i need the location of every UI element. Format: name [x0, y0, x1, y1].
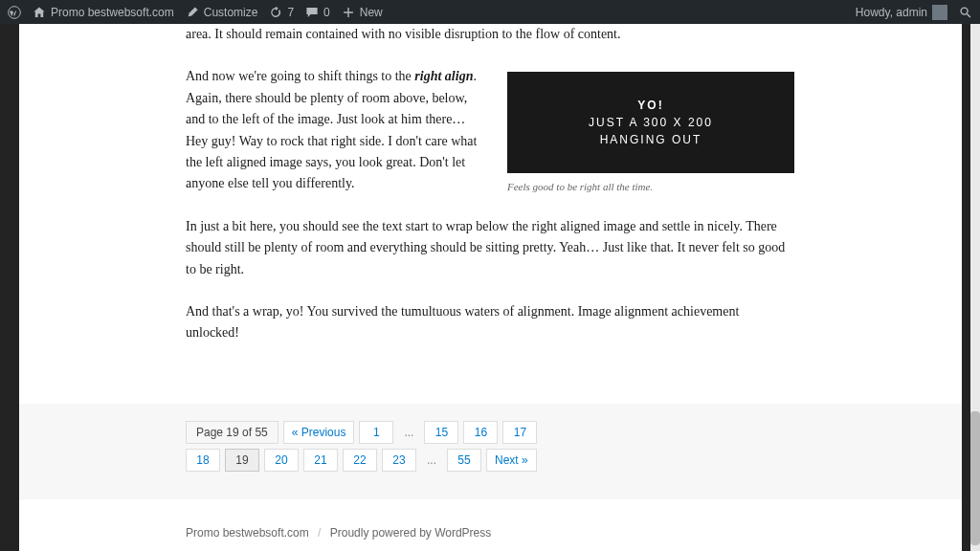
wp-logo[interactable]	[8, 6, 21, 19]
pagination-section: Page 19 of 55 « Previous 1...151617 1819…	[19, 404, 962, 499]
updates-count: 7	[287, 6, 294, 19]
pager-page-17[interactable]: 17	[502, 421, 537, 444]
pager-page-15[interactable]: 15	[424, 421, 458, 444]
search-icon	[959, 6, 972, 19]
pager-row-2: 181920212223...55 Next »	[186, 449, 794, 472]
howdy-account[interactable]: Howdy, admin	[856, 5, 947, 20]
paragraph: area. It should remain contained with no…	[186, 24, 794, 45]
text-run: . Again, there should be plenty of room …	[186, 69, 477, 190]
pager-page-20[interactable]: 20	[264, 449, 299, 472]
site-footer: Promo bestwebsoft.com / Proudly powered …	[144, 499, 836, 551]
pager-page-18[interactable]: 18	[186, 449, 220, 472]
pager-page-22[interactable]: 22	[343, 449, 377, 472]
comment-icon	[305, 6, 319, 19]
footer-powered-link[interactable]: Proudly powered by WordPress	[330, 526, 492, 540]
figure-caption: Feels good to be right all the time.	[507, 173, 794, 196]
footer-site-link[interactable]: Promo bestwebsoft.com	[186, 526, 309, 540]
post-content: area. It should remain contained with no…	[33, 24, 947, 404]
comments-count: 0	[323, 6, 330, 19]
site-name-link[interactable]: Promo bestwebsoft.com	[33, 6, 174, 19]
home-icon	[33, 6, 46, 19]
updates-link[interactable]: 7	[269, 6, 294, 19]
pager-row-1: Page 19 of 55 « Previous 1...151617	[186, 421, 794, 444]
pager-ellipsis: ...	[421, 449, 442, 472]
pager-page-21[interactable]: 21	[303, 449, 338, 472]
update-icon	[269, 6, 282, 19]
search-toggle[interactable]	[959, 6, 972, 19]
pager-prev[interactable]: « Previous	[283, 421, 355, 444]
img-line3: HANGING OUT	[600, 133, 702, 146]
brush-icon	[186, 6, 199, 19]
text-run: And now we're going to shift things to t…	[186, 69, 414, 83]
wordpress-icon	[8, 6, 21, 19]
page-indicator: Page 19 of 55	[186, 421, 278, 444]
figure-right: YO! JUST A 300 X 200 HANGING OUT Feels g…	[507, 72, 794, 196]
customize-link[interactable]: Customize	[186, 6, 258, 19]
pager-page-55[interactable]: 55	[447, 449, 481, 472]
new-text: New	[360, 6, 383, 19]
plus-icon	[342, 6, 355, 19]
avatar	[932, 5, 947, 20]
svg-point-1	[961, 8, 968, 14]
footer-separator: /	[318, 526, 321, 540]
paragraph: In just a bit here, you should see the t…	[186, 216, 794, 280]
svg-point-0	[9, 6, 21, 18]
site-name-text: Promo bestwebsoft.com	[51, 6, 174, 19]
howdy-text: Howdy, admin	[856, 6, 927, 19]
img-line2: JUST A 300 X 200	[589, 116, 713, 129]
pager-current: 19	[225, 449, 259, 472]
pager-page-1[interactable]: 1	[359, 421, 393, 444]
new-content-link[interactable]: New	[342, 6, 383, 19]
emphasis-right-align: right align	[414, 69, 473, 83]
pager-page-16[interactable]: 16	[463, 421, 498, 444]
pager-next[interactable]: Next »	[486, 449, 537, 472]
scrollbar-track[interactable]	[970, 24, 980, 551]
customize-text: Customize	[204, 6, 258, 19]
scrollbar-thumb[interactable]	[970, 411, 980, 545]
pager-ellipsis: ...	[398, 421, 419, 444]
wp-admin-bar: Promo bestwebsoft.com Customize 7 0 New …	[0, 0, 980, 24]
comments-link[interactable]: 0	[305, 6, 330, 19]
pager-page-23[interactable]: 23	[382, 449, 416, 472]
placeholder-image: YO! JUST A 300 X 200 HANGING OUT	[507, 72, 794, 173]
img-line1: YO!	[637, 99, 663, 112]
placeholder-image-text: YO! JUST A 300 X 200 HANGING OUT	[589, 97, 713, 148]
paragraph: And that's a wrap, yo! You survived the …	[186, 301, 794, 344]
